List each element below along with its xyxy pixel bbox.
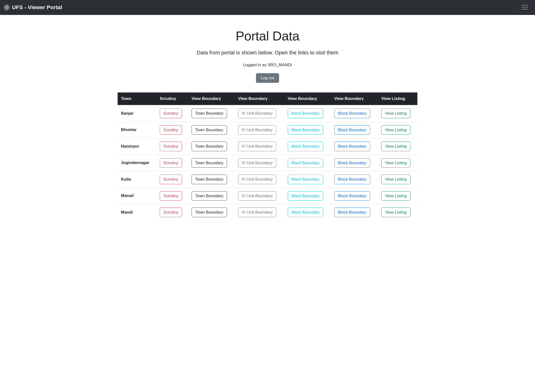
view-listing-button[interactable]: View Listing: [381, 158, 410, 168]
table-row: BhuntarScrutinyTown BoundaryIV Unit Boun…: [118, 122, 417, 138]
globe-icon: [4, 5, 10, 10]
table-body: BanjarScrutinyTown BoundaryIV Unit Bound…: [118, 105, 417, 221]
block-boundary-button[interactable]: Block Boundary: [334, 142, 370, 151]
town-cell: Banjar: [118, 105, 156, 122]
view-listing-button[interactable]: View Listing: [381, 208, 410, 217]
view-listing-button[interactable]: View Listing: [381, 191, 410, 201]
navbar: UFS - Viewer Portal: [0, 0, 535, 15]
ward-boundary-button[interactable]: Ward Boundary: [288, 125, 323, 135]
block-boundary-button[interactable]: Block Boundary: [334, 208, 370, 217]
view-listing-button[interactable]: View Listing: [381, 109, 410, 118]
scrutiny-button[interactable]: Scrutiny: [160, 158, 182, 168]
view-listing-button[interactable]: View Listing: [381, 175, 410, 184]
iv-unit-boundary-button[interactable]: IV Unit Boundary: [238, 109, 276, 118]
iv-unit-boundary-button[interactable]: IV Unit Boundary: [238, 191, 276, 201]
scrutiny-button[interactable]: Scrutiny: [160, 109, 182, 118]
town-boundary-button[interactable]: Town Boundary: [192, 191, 227, 201]
town-cell: Bhuntar: [118, 122, 156, 138]
col-vb-4: View Boundary: [331, 92, 378, 105]
block-boundary-button[interactable]: Block Boundary: [334, 125, 370, 135]
block-boundary-button[interactable]: Block Boundary: [334, 158, 370, 168]
block-boundary-button[interactable]: Block Boundary: [334, 175, 370, 184]
iv-unit-boundary-button[interactable]: IV Unit Boundary: [238, 142, 276, 151]
logout-wrap: Log out: [118, 73, 417, 83]
table-row: BanjarScrutinyTown BoundaryIV Unit Bound…: [118, 105, 417, 122]
town-cell: Mandi: [118, 204, 156, 221]
town-cell: Manali: [118, 188, 156, 204]
user-prefix: Logged in as: [243, 63, 268, 67]
iv-unit-boundary-button[interactable]: IV Unit Boundary: [238, 175, 276, 184]
ward-boundary-button[interactable]: Ward Boundary: [288, 142, 323, 151]
main-content: Portal Data Data from portal is shown be…: [116, 28, 419, 221]
table-row: HamirpurScrutinyTown BoundaryIV Unit Bou…: [118, 138, 417, 155]
col-town: Town: [118, 92, 156, 105]
town-boundary-button[interactable]: Town Boundary: [192, 142, 227, 151]
ward-boundary-button[interactable]: Ward Boundary: [288, 109, 323, 118]
logout-button[interactable]: Log out: [256, 73, 279, 83]
scrutiny-button[interactable]: Scrutiny: [160, 125, 182, 135]
ward-boundary-button[interactable]: Ward Boundary: [288, 175, 323, 184]
table-row: KulluScrutinyTown BoundaryIV Unit Bounda…: [118, 171, 417, 188]
data-table: Town Scrutiny View Boundary View Boundar…: [118, 92, 417, 221]
ward-boundary-button[interactable]: Ward Boundary: [288, 158, 323, 168]
scrutiny-button[interactable]: Scrutiny: [160, 175, 182, 184]
col-vb-2: View Boundary: [235, 92, 284, 105]
table-row: ManaliScrutinyTown BoundaryIV Unit Bound…: [118, 188, 417, 204]
col-vb-3: View Boundary: [284, 92, 331, 105]
town-boundary-button[interactable]: Town Boundary: [192, 208, 227, 217]
brand-text: UFS - Viewer Portal: [12, 4, 62, 11]
hamburger-icon: [521, 5, 528, 10]
town-boundary-button[interactable]: Town Boundary: [192, 109, 227, 118]
username: SRO_MANDI: [268, 63, 292, 67]
town-boundary-button[interactable]: Town Boundary: [192, 158, 227, 168]
iv-unit-boundary-button[interactable]: IV Unit Boundary: [238, 125, 276, 135]
scrutiny-button[interactable]: Scrutiny: [160, 191, 182, 201]
town-cell: Jogindarnagar: [118, 155, 156, 171]
view-listing-button[interactable]: View Listing: [381, 125, 410, 135]
ward-boundary-button[interactable]: Ward Boundary: [288, 208, 323, 217]
view-listing-button[interactable]: View Listing: [381, 142, 410, 151]
ward-boundary-button[interactable]: Ward Boundary: [288, 191, 323, 201]
block-boundary-button[interactable]: Block Boundary: [334, 191, 370, 201]
col-scrutiny: Scrutiny: [156, 92, 188, 105]
block-boundary-button[interactable]: Block Boundary: [334, 109, 370, 118]
brand-link[interactable]: UFS - Viewer Portal: [4, 4, 62, 11]
user-line: Logged in as SRO_MANDI: [118, 63, 417, 67]
table-row: JogindarnagarScrutinyTown BoundaryIV Uni…: [118, 155, 417, 171]
town-boundary-button[interactable]: Town Boundary: [192, 175, 227, 184]
table-header: Town Scrutiny View Boundary View Boundar…: [118, 92, 417, 105]
navbar-toggle-button[interactable]: [518, 3, 531, 13]
col-vb-1: View Boundary: [188, 92, 235, 105]
col-listing: View Listing: [378, 92, 417, 105]
scrutiny-button[interactable]: Scrutiny: [160, 208, 182, 217]
town-boundary-button[interactable]: Town Boundary: [192, 125, 227, 135]
iv-unit-boundary-button[interactable]: IV Unit Boundary: [238, 208, 276, 217]
table-row: MandiScrutinyTown BoundaryIV Unit Bounda…: [118, 204, 417, 221]
globe-icon-svg: [4, 5, 9, 10]
town-cell: Kullu: [118, 171, 156, 188]
page-title: Portal Data: [118, 28, 417, 43]
scrutiny-button[interactable]: Scrutiny: [160, 142, 182, 151]
town-cell: Hamirpur: [118, 138, 156, 155]
iv-unit-boundary-button[interactable]: IV Unit Boundary: [238, 158, 276, 168]
subtitle: Data from portal is shown below. Open th…: [118, 50, 417, 56]
